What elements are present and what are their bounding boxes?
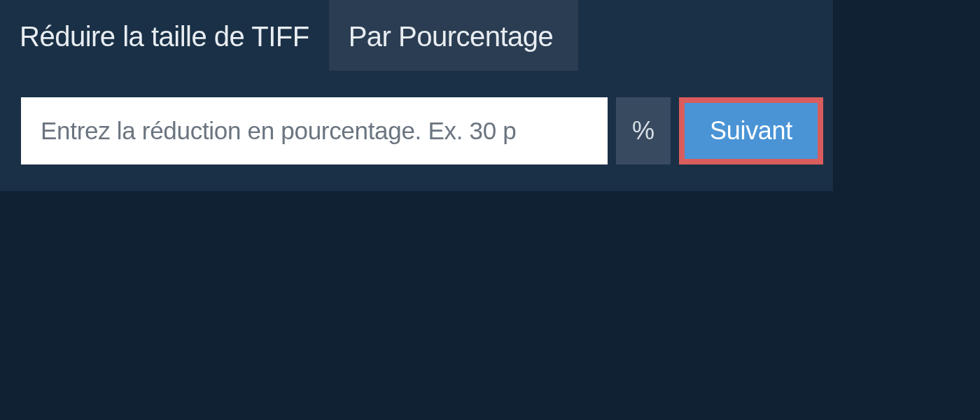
- next-button[interactable]: Suivant: [679, 97, 823, 164]
- percentage-input[interactable]: [21, 97, 608, 164]
- tab-by-percentage[interactable]: Par Pourcentage: [329, 0, 579, 71]
- percentage-input-row: % Suivant: [0, 71, 833, 164]
- unit-label: %: [616, 97, 671, 164]
- settings-panel: Réduire la taille de TIFF Par Pourcentag…: [0, 0, 833, 191]
- tab-reduce-tiff-size[interactable]: Réduire la taille de TIFF: [0, 0, 329, 71]
- tab-bar: Réduire la taille de TIFF Par Pourcentag…: [0, 0, 833, 71]
